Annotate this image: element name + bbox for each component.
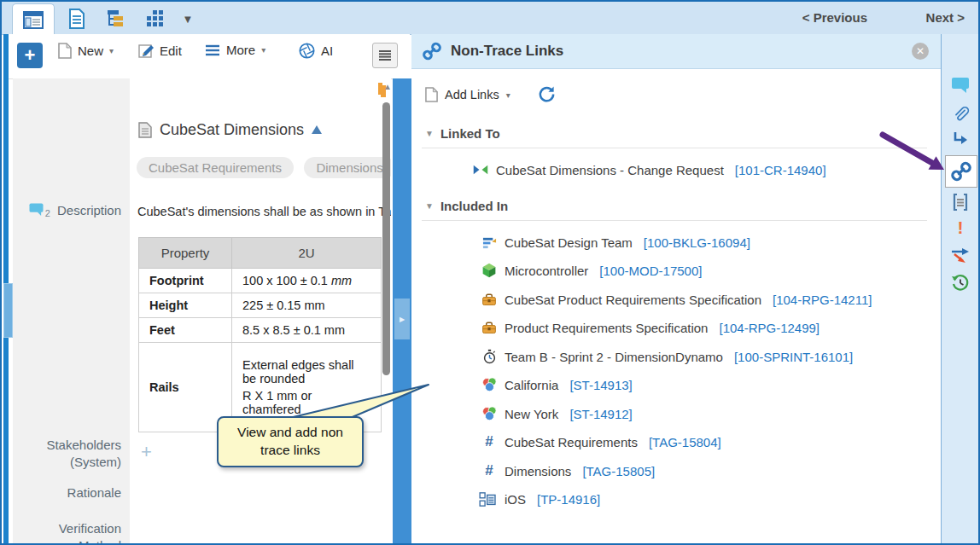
comments-icon[interactable] [942,77,979,93]
tab-reading-view[interactable] [135,3,176,34]
table-row: Feet 8.5 x 8.5 ± 0.1 mm [139,318,382,343]
item-id-link[interactable]: [100-MOD-17500] [599,264,702,278]
item-name[interactable]: Microcontroller [505,264,588,278]
add-item-button[interactable]: + [17,43,43,68]
ai-button[interactable]: AI [299,43,333,59]
item-id-link[interactable]: [104-RPG-12499] [719,321,820,335]
item-id-link[interactable]: [101-CR-14940] [735,163,826,177]
item-id-link[interactable]: [TAG-15805] [582,464,655,478]
item-id-link[interactable]: [104-RPG-14211] [773,293,872,307]
scroll-marker [378,83,382,95]
list-lines-icon [378,49,392,61]
comment-bubble-icon[interactable] [29,203,44,217]
list-item[interactable]: CubeSat Dimensions - Change Request [101… [473,162,826,177]
description-label: Description [57,203,121,217]
list-item[interactable]: CubeSat Design Team [100-BKLG-16094] [481,235,750,250]
divider-line [422,220,927,221]
stopwatch-icon [481,349,497,364]
new-document-icon [58,43,72,59]
more-button[interactable]: More ▾ [205,43,265,57]
item-id-link[interactable]: [ST-14912] [569,407,632,421]
list-item[interactable]: # CubeSat Requirements [TAG-15804] [481,434,721,449]
edit-button[interactable]: Edit [138,43,182,58]
close-panel-button[interactable]: ✕ [912,43,929,60]
refresh-button[interactable] [538,85,556,107]
item-id-link[interactable]: [TP-14916] [537,492,600,507]
non-trace-links-icon[interactable] [945,155,977,188]
test-plan-icon [478,491,497,507]
item-id-link[interactable]: [100-BKLG-16094] [644,235,750,250]
single-item-view-icon [23,11,44,30]
non-trace-links-panel: Non-Trace Links ✕ Add Links ▾ ▼ Linked T… [411,34,941,545]
row-value: 8.5 x 8.5 ± 0.1 mm [232,318,382,343]
add-stakeholder-button[interactable]: + [141,441,152,463]
exclamation-icon[interactable]: ! [942,217,979,238]
downstream-arrow-icon[interactable] [942,131,979,148]
table-row: Footprint 100 x 100 ± 0.1 mm [139,269,382,293]
item-name[interactable]: CubeSat Requirements [505,435,638,449]
set-balls-icon [481,406,497,421]
row-value-line2: R X 1 mm or chamfered [242,389,370,416]
edit-label: Edit [160,43,182,58]
edit-pencil-icon [138,43,154,58]
item-toolbar: + New ▾ Edit More ▾ [3,34,410,79]
panel-divider-handle[interactable]: ▶ [394,299,410,339]
item-name[interactable]: Dimensions [505,464,571,478]
tag-pill[interactable]: CubeSat Requirements [137,157,294,178]
add-links-doc-icon [425,87,438,102]
close-icon: ✕ [916,45,925,57]
item-id-link[interactable]: [ST-14913] [569,378,632,392]
linked-to-section-header[interactable]: ▼ Linked To [425,126,500,141]
divider-line [422,148,927,148]
suspect-links-icon[interactable] [942,246,979,264]
new-button[interactable]: New ▾ [58,43,114,59]
item-name[interactable]: Product Requirements Specification [505,321,708,335]
scroll-up-arrow[interactable]: ▲ [383,82,392,91]
item-id-link[interactable]: [100-SPRINT-16101] [734,350,853,364]
next-button[interactable]: Next > [926,10,965,26]
row-unit: mm [331,274,352,287]
left-collapse-handle[interactable] [3,283,13,338]
item-name[interactable]: California [505,378,558,392]
list-item[interactable]: iOS [TP-14916] [478,491,600,507]
list-item[interactable]: CubeSat Product Requirements Specificati… [481,292,872,307]
tag-pill[interactable]: Dimensions [304,157,391,178]
list-item[interactable]: New York [ST-14912] [481,406,633,421]
item-name[interactable]: New York [505,407,558,421]
tab-document-view[interactable] [56,3,97,34]
tab-tree-view[interactable] [96,3,137,34]
list-item[interactable]: California [ST-14913] [481,377,633,392]
row-property: Feet [139,318,232,343]
tag-hash-icon: # [481,463,497,478]
list-item[interactable]: Microcontroller [100-MOD-17500] [481,263,702,278]
item-name[interactable]: CubeSat Design Team [505,235,633,250]
item-name[interactable]: CubeSat Dimensions - Change Request [496,163,724,177]
comment-count[interactable]: 2 [45,208,50,218]
item-id-link[interactable]: [TAG-15804] [649,435,721,449]
item-title: CubeSat Dimensions [160,121,304,139]
linked-to-title: Linked To [440,126,500,141]
row-property: Height [139,293,232,318]
attachments-paperclip-icon[interactable] [942,105,979,124]
vertical-scrollbar[interactable] [382,102,390,375]
list-item[interactable]: Product Requirements Specification [104-… [481,320,820,335]
list-item[interactable]: Team B - Sprint 2 - DimensionDynamo [100… [481,349,853,364]
item-name[interactable]: iOS [505,492,526,507]
included-in-section-header[interactable]: ▼ Included In [425,199,508,213]
previous-button[interactable]: < Previous [802,10,867,26]
list-item[interactable]: # Dimensions [TAG-15805] [481,463,655,478]
refresh-icon [538,85,556,103]
tab-overflow-menu[interactable]: ▼ [172,3,203,34]
included-in-title: Included In [440,199,508,213]
tab-single-item-view[interactable] [12,3,55,36]
flag-indicator-icon[interactable] [312,125,322,136]
synced-items-icon[interactable] [942,193,979,212]
item-name[interactable]: Team B - Sprint 2 - DimensionDynamo [505,350,723,364]
description-text: CubeSat's dimensions shall be as shown i… [137,205,391,218]
list-view-button[interactable] [372,43,398,68]
tags-row: CubeSat Requirements Dimensions + [137,157,391,178]
versions-history-icon[interactable] [942,274,979,293]
more-menu-icon [205,44,220,56]
add-links-button[interactable]: Add Links ▾ [425,87,510,102]
item-name[interactable]: CubeSat Product Requirements Specificati… [505,293,761,307]
